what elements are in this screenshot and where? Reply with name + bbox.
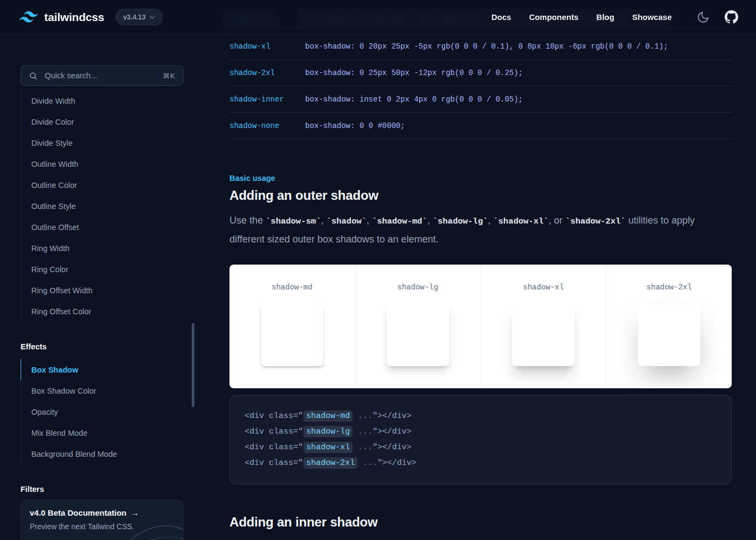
inline-code: `shadow-lg` xyxy=(433,217,488,226)
sidebar-item[interactable]: Opacity xyxy=(21,401,195,422)
demo-column: shadow-2xl xyxy=(606,265,732,388)
class-name-cell: shadow-none xyxy=(230,122,305,130)
nav-link[interactable]: Showcase xyxy=(632,12,672,22)
table-row: shadow-2xl box-shadow: 0 25px 50px -12px… xyxy=(230,60,732,86)
nav-link[interactable]: Components xyxy=(529,12,579,22)
demo-column: shadow-md xyxy=(230,265,355,388)
github-icon xyxy=(725,10,738,24)
sidebar: Quick search... ⌘K Divide Width Divide C… xyxy=(0,35,195,540)
code-text: <div class=" xyxy=(245,427,303,436)
sidebar-item[interactable]: Outline Color xyxy=(21,174,195,195)
sidebar-nav-borders: Divide Width Divide Color Divide Style O… xyxy=(21,90,195,322)
code-text: "></div> xyxy=(373,443,411,452)
nav-link[interactable]: Blog xyxy=(596,12,614,22)
code-text: <div class=" xyxy=(245,443,303,452)
tailwind-logo-icon xyxy=(19,11,38,23)
code-text: <div class=" xyxy=(245,411,303,421)
demo-column: shadow-xl xyxy=(481,265,606,388)
github-link[interactable] xyxy=(725,10,738,24)
nav-link[interactable]: Docs xyxy=(491,12,511,22)
code-text: "></div> xyxy=(373,411,411,421)
inline-code: `shadow-xl` xyxy=(494,217,549,226)
demo-column: shadow-lg xyxy=(355,265,481,388)
sidebar-item[interactable]: Background Blend Mode xyxy=(21,443,195,464)
demo-shadow-box xyxy=(261,303,323,366)
heading-outer-shadow: Adding an outer shadow xyxy=(230,188,732,203)
sidebar-item[interactable]: Divide Color xyxy=(21,111,195,132)
demo-label: shadow-lg xyxy=(397,283,438,292)
demo-shadow-box xyxy=(512,303,575,366)
v4-beta-promo-card[interactable]: v4.0 Beta Documentation → Preview the ne… xyxy=(21,500,184,540)
code-ellipsis: ... xyxy=(358,458,377,468)
sidebar-item[interactable]: Outline Offset xyxy=(21,217,195,238)
sidebar-item[interactable]: Divide Width xyxy=(21,90,195,111)
sidebar-item[interactable]: Divide Style xyxy=(21,132,195,153)
search-placeholder: Quick search... xyxy=(45,71,97,80)
table-row: shadow-xl box-shadow: 0 20px 25px -5px r… xyxy=(230,33,732,60)
code-ellipsis: ... xyxy=(353,427,373,436)
sidebar-item[interactable]: Ring Width xyxy=(21,238,195,259)
sidebar-item[interactable]: Box Shadow xyxy=(21,359,195,380)
section-label: Basic usage xyxy=(230,174,732,183)
theme-toggle-button[interactable] xyxy=(697,11,710,24)
sidebar-item[interactable]: Ring Color xyxy=(21,259,195,280)
sidebar-item[interactable]: Box Shadow Color xyxy=(21,380,195,401)
search-icon xyxy=(29,71,38,80)
sidebar-item[interactable]: Outline Style xyxy=(21,195,195,217)
sidebar-item[interactable]: Outline Width xyxy=(21,153,195,174)
chevron-down-icon xyxy=(150,16,155,19)
code-text: "></div> xyxy=(377,458,416,468)
code-line: <div class="shadow-md ..."></div> xyxy=(245,408,717,424)
sidebar-scrollbar-thumb[interactable] xyxy=(192,323,194,407)
sidebar-item[interactable]: Ring Offset Width xyxy=(21,280,195,301)
code-text: "></div> xyxy=(373,427,411,436)
moon-icon xyxy=(697,11,710,24)
class-name-cell: shadow-xl xyxy=(230,42,305,51)
highlighted-class-token: shadow-md xyxy=(303,410,353,422)
class-name-cell: shadow-inner xyxy=(230,95,305,104)
properties-cell: box-shadow: 0 0 #0000; xyxy=(305,122,405,130)
decorative-swirl xyxy=(112,512,184,540)
properties-cell: box-shadow: 0 25px 50px -12px rgb(0 0 0 … xyxy=(305,69,523,77)
highlighted-class-token: shadow-2xl xyxy=(303,457,357,469)
demo-label: shadow-xl xyxy=(523,283,564,292)
brand-home-link[interactable]: tailwindcss xyxy=(19,11,104,24)
version-label: v3.4.13 xyxy=(123,14,146,21)
code-line: <div class="shadow-2xl ..."></div> xyxy=(245,455,717,471)
code-text: <div class=" xyxy=(245,458,303,468)
inline-code: `shadow-md` xyxy=(372,217,427,226)
main-content: shadow-lg box-shadow: 0 10px 15px -3px r… xyxy=(230,0,732,530)
inline-code: `shadow` xyxy=(326,217,366,226)
heading-inner-shadow: Adding an inner shadow xyxy=(230,515,732,530)
code-block: <div class="shadow-md ..."></div> <div c… xyxy=(230,395,732,484)
sidebar-item[interactable]: Ring Offset Color xyxy=(21,301,195,322)
quick-search-button[interactable]: Quick search... ⌘K xyxy=(21,65,184,86)
demo-label: shadow-md xyxy=(272,283,313,292)
top-nav-bar: tailwindcss v3.4.13 Docs Components Blog… xyxy=(0,0,756,35)
table-row: shadow-none box-shadow: 0 0 #0000; xyxy=(230,113,732,139)
class-name-cell: shadow-2xl xyxy=(230,69,305,77)
code-line: <div class="shadow-lg ..."></div> xyxy=(245,424,717,440)
demo-label: shadow-2xl xyxy=(646,283,692,292)
demo-shadow-box xyxy=(638,303,700,366)
table-row: shadow-inner box-shadow: inset 0 2px 4px… xyxy=(230,86,732,113)
demo-shadow-box xyxy=(387,303,449,366)
code-line: <div class="shadow-xl ..."></div> xyxy=(245,440,717,455)
properties-cell: box-shadow: 0 20px 25px -5px rgb(0 0 0 /… xyxy=(305,42,668,51)
version-dropdown[interactable]: v3.4.13 xyxy=(116,9,163,25)
page: shadow-lg box-shadow: 0 10px 15px -3px r… xyxy=(0,0,756,540)
intro-paragraph: Use the `shadow-sm`, `shadow`, `shadow-m… xyxy=(230,212,732,248)
shadow-demo-card: shadow-md shadow-lg shadow-xl shadow-2xl xyxy=(230,265,732,388)
search-shortcut: ⌘K xyxy=(163,72,176,80)
primary-nav: Docs Components Blog Showcase xyxy=(491,12,672,22)
sidebar-section-effects: Effects xyxy=(21,336,195,357)
inline-code: `shadow-sm` xyxy=(266,217,321,226)
highlighted-class-token: shadow-xl xyxy=(303,442,353,453)
highlighted-class-token: shadow-lg xyxy=(303,426,353,437)
properties-cell: box-shadow: inset 0 2px 4px 0 rgb(0 0 0 … xyxy=(305,95,523,104)
code-ellipsis: ... xyxy=(353,443,373,452)
sidebar-item[interactable]: Mix Blend Mode xyxy=(21,422,195,443)
inline-code: `shadow-2xl` xyxy=(565,217,626,226)
brand-name: tailwindcss xyxy=(44,11,104,24)
sidebar-nav-effects: Box Shadow Box Shadow Color Opacity Mix … xyxy=(21,359,195,464)
